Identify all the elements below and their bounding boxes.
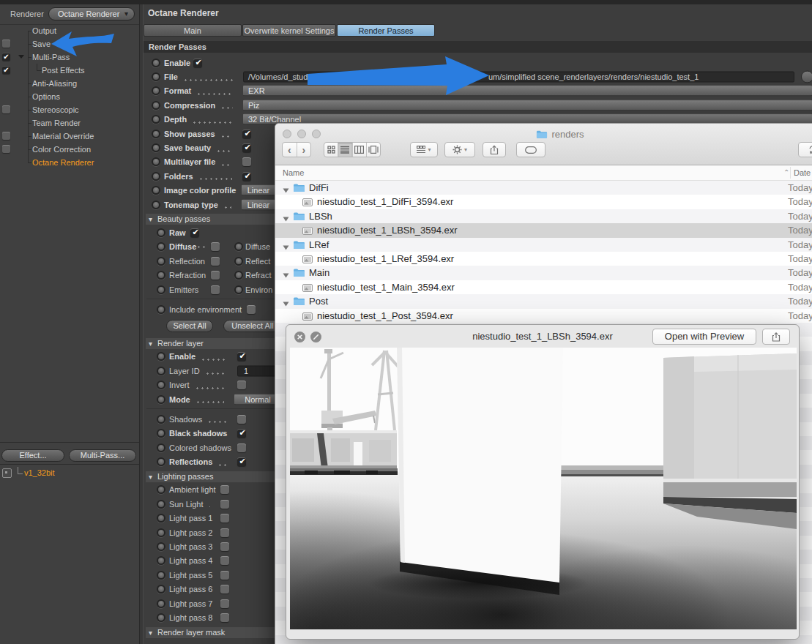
select-all-button[interactable]: Select All — [166, 320, 213, 332]
animate-parameter-radio[interactable] — [157, 395, 165, 404]
list-row-lref[interactable]: LRefToday — [275, 238, 812, 252]
animate-parameter-radio[interactable] — [234, 271, 243, 280]
tree-item-octane-renderer[interactable]: Octane Renderer — [0, 156, 139, 169]
tree-item-post-effects[interactable]: Post Effects — [0, 64, 139, 77]
animate-parameter-radio[interactable] — [157, 443, 165, 452]
enable-checkbox[interactable] — [2, 53, 10, 61]
compression-dropdown[interactable]: Piz — [243, 100, 812, 111]
light-pass-4-checkbox[interactable] — [220, 556, 229, 565]
animate-parameter-radio[interactable] — [157, 271, 165, 280]
group-by-button[interactable]: ▾ — [410, 142, 438, 157]
quicklook-share-button[interactable] — [762, 329, 790, 345]
save-beauty-checkbox[interactable] — [242, 143, 251, 152]
animate-parameter-radio[interactable] — [234, 257, 243, 266]
animate-parameter-radio[interactable] — [157, 585, 165, 594]
layer-id-field[interactable]: 1 — [237, 365, 278, 376]
browse-file-button[interactable] — [801, 71, 812, 83]
light-pass-3-checkbox[interactable] — [220, 542, 229, 551]
enable-checkbox[interactable] — [2, 132, 10, 140]
list-row-lbsh[interactable]: LBShToday — [275, 209, 812, 223]
animate-parameter-radio[interactable] — [152, 201, 160, 209]
enable-checkbox[interactable] — [2, 66, 10, 74]
animate-parameter-radio[interactable] — [234, 242, 243, 251]
emitters-checkbox[interactable] — [211, 285, 220, 294]
enable-checkbox[interactable] — [2, 105, 10, 113]
list-row-niestudio-test-1-diffi-3594-exr[interactable]: niestudio_test_1_DifFi_3594.exrToday — [275, 195, 812, 209]
animate-parameter-radio[interactable] — [234, 285, 243, 294]
colored-shadows-checkbox[interactable] — [237, 443, 246, 452]
animate-parameter-radio[interactable] — [157, 500, 165, 509]
animate-parameter-radio[interactable] — [152, 101, 160, 110]
animate-parameter-radio[interactable] — [157, 542, 165, 551]
refraction-checkbox[interactable] — [211, 271, 220, 280]
effect-button[interactable]: Effect... — [1, 449, 64, 462]
tab-render-passes[interactable]: Render Passes — [337, 24, 435, 37]
list-row-niestudio-test-1-lbsh-3594-exr[interactable]: niestudio_test_1_LBSh_3594.exrToday — [275, 223, 812, 237]
light-pass-7-checkbox[interactable] — [220, 599, 229, 608]
light-pass-2-checkbox[interactable] — [220, 528, 229, 537]
disclosure-triangle[interactable] — [283, 269, 289, 280]
light-pass-8-checkbox[interactable] — [220, 613, 229, 622]
diffuse-checkbox[interactable] — [211, 242, 220, 251]
tree-item-material-override[interactable]: Material Override — [0, 130, 139, 143]
name-column-header[interactable]: Name — [283, 165, 304, 180]
animate-parameter-radio[interactable] — [157, 242, 165, 251]
list-row-niestudio-test-1-main-3594-exr[interactable]: niestudio_test_1_Main_3594.exrToday — [275, 280, 812, 294]
light-pass-1-checkbox[interactable] — [220, 514, 229, 523]
shadows-checkbox[interactable] — [237, 415, 246, 424]
animate-parameter-radio[interactable] — [152, 172, 160, 181]
animate-parameter-radio[interactable] — [157, 381, 165, 389]
tree-item-team-render[interactable]: Team Render — [0, 116, 139, 130]
animate-parameter-radio[interactable] — [157, 613, 165, 622]
reflection-checkbox[interactable] — [211, 257, 220, 266]
disclosure-triangle[interactable] — [283, 184, 289, 195]
expander-icon[interactable] — [18, 55, 24, 61]
show-passes-checkbox[interactable] — [242, 130, 251, 138]
list-row-diffi[interactable]: DifFiToday — [275, 181, 812, 195]
icon-view-button[interactable] — [324, 143, 338, 157]
column-divider[interactable] — [790, 167, 791, 179]
tree-item-color-correction[interactable]: Color Correction — [0, 143, 139, 156]
multi-pass-button[interactable]: Multi-Pass... — [69, 449, 136, 462]
animate-parameter-radio[interactable] — [157, 305, 165, 314]
list-row-post[interactable]: PostToday — [275, 294, 812, 308]
enable-checkbox[interactable] — [193, 59, 202, 67]
tab-main[interactable]: Main — [144, 24, 242, 37]
sync-button[interactable] — [798, 142, 812, 157]
forward-button[interactable]: › — [297, 143, 311, 157]
animate-parameter-radio[interactable] — [152, 186, 160, 195]
image-color-profile-dropdown[interactable]: Linear — [242, 185, 275, 196]
tonemap-type-dropdown[interactable]: Linear — [242, 199, 275, 210]
tag-button[interactable] — [516, 142, 545, 157]
animate-parameter-radio[interactable] — [152, 143, 160, 152]
list-view-button[interactable] — [338, 143, 352, 157]
multilayer-file-checkbox[interactable] — [242, 157, 251, 166]
tree-item-anti-aliasing[interactable]: Anti-Aliasing — [0, 77, 139, 90]
take-item[interactable]: v1_32bit — [0, 466, 139, 479]
animate-parameter-radio[interactable] — [157, 457, 165, 466]
animate-parameter-radio[interactable] — [152, 59, 160, 67]
light-pass-6-checkbox[interactable] — [220, 585, 229, 594]
list-row-niestudio-test-1-lref-3594-exr[interactable]: niestudio_test_1_LRef_3594.exrToday — [275, 252, 812, 266]
list-row-main[interactable]: MainToday — [275, 266, 812, 280]
animate-parameter-radio[interactable] — [157, 514, 165, 523]
animate-parameter-radio[interactable] — [152, 157, 160, 166]
unselect-all-button[interactable]: Unselect All — [223, 320, 282, 332]
disclosure-triangle[interactable] — [283, 242, 289, 252]
animate-parameter-radio[interactable] — [157, 367, 165, 375]
tree-item-stereoscopic[interactable]: Stereoscopic — [0, 103, 139, 116]
light-pass-5-checkbox[interactable] — [220, 571, 229, 580]
animate-parameter-radio[interactable] — [157, 599, 165, 608]
share-button[interactable] — [483, 142, 506, 157]
animate-parameter-radio[interactable] — [157, 429, 165, 438]
animate-parameter-radio[interactable] — [152, 72, 160, 81]
open-with-preview-button[interactable]: Open with Preview — [652, 329, 756, 345]
tab-overwrite-kernel-settings[interactable]: Overwrite kernel Settings — [242, 24, 336, 37]
tree-item-options[interactable]: Options — [0, 90, 139, 103]
reflections-checkbox[interactable] — [237, 457, 246, 466]
coverflow-view-button[interactable] — [367, 143, 380, 157]
animate-parameter-radio[interactable] — [152, 86, 160, 95]
include-environment-checkbox[interactable] — [247, 305, 256, 314]
animate-parameter-radio[interactable] — [157, 285, 165, 294]
animate-parameter-radio[interactable] — [157, 228, 165, 237]
